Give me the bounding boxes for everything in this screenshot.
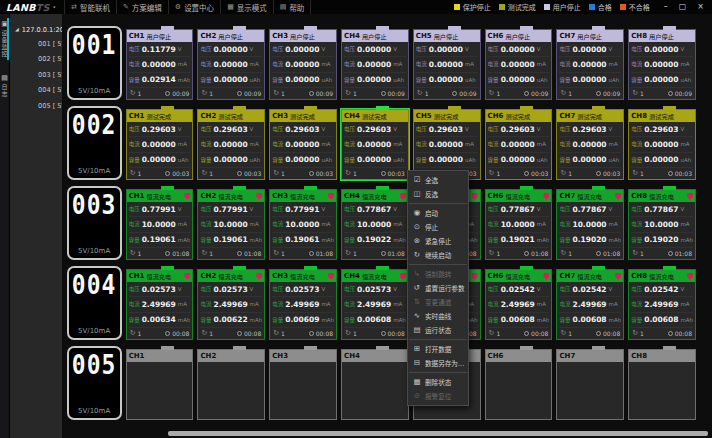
channel-card-001-ch6[interactable]: CH6用户停止电压0.00000V电流0.00000mA容量0.00000uAh… <box>485 29 553 100</box>
voltage-value: 0.77867 <box>644 205 678 214</box>
device-panel-002[interactable]: 0025V/10mA <box>67 106 122 180</box>
menu-item-start[interactable]: ◉启动 <box>408 206 468 220</box>
current-row: 电流2.49969mA <box>129 297 191 312</box>
minimize-button[interactable]: – <box>664 3 668 11</box>
device-panel-004[interactable]: 0045V/10mA <box>67 266 122 340</box>
elapsed-time: 01:08 <box>531 250 548 257</box>
channel-card-002-ch4[interactable]: CH4测试完成电压0.29603V电流0.00000mA容量0.00000uAh… <box>341 109 409 180</box>
channel-card-003-ch8[interactable]: CH8恒流充电电压0.77867V电流10.0000mA容量0.19020mAh… <box>628 189 696 260</box>
menu-help[interactable]: ▤帮助 <box>273 0 312 14</box>
channel-header: CH7 <box>557 350 623 362</box>
channel-card-003-ch7[interactable]: CH7恒流充电电压0.77867V电流10.0000mA容量0.19020mAh… <box>556 189 624 260</box>
channel-card-002-ch8[interactable]: CH8测试完成电压0.29603V电流0.00000mA容量0.00000uAh… <box>628 109 696 180</box>
menu-item-realtime-curve[interactable]: ∿实时曲线 <box>408 309 468 323</box>
channel-card-005-ch8[interactable]: CH8 <box>628 349 696 420</box>
current-label: 电流 <box>559 220 570 228</box>
channel-card-004-ch3[interactable]: CH3恒流充电电压0.02573V电流2.49969mA容量0.00609mAh… <box>269 269 337 340</box>
channel-card-002-ch1[interactable]: CH1测试完成电压0.29603V电流0.00000mA容量0.00000uAh… <box>126 109 194 180</box>
device-panel-003[interactable]: 0035V/10mA <box>67 186 122 260</box>
channel-header: CH3恒流充电 <box>270 270 336 282</box>
menu-item-reset-run-params[interactable]: ↺重置运行参数 <box>408 281 468 295</box>
menu-item-run-status[interactable]: ▤运行状态 <box>408 323 468 337</box>
channel-card-005-ch6[interactable]: CH6 <box>485 349 553 420</box>
channel-card-003-ch3[interactable]: CH3恒流充电电压0.77991V电流10.0000mA容量0.19061mAh… <box>269 189 337 260</box>
current-unit: mA <box>178 141 187 147</box>
menu-smart-link[interactable]: ⇄智能联机 <box>64 0 116 14</box>
current-value: 2.49969 <box>572 300 606 309</box>
channel-card-001-ch7[interactable]: CH7用户停止电压0.00000V电流0.00000mA容量0.00000uAh… <box>556 29 624 100</box>
channel-status: 测试完成 <box>434 112 459 121</box>
menu-item-emergency-stop[interactable]: ⊗紧急停止 <box>408 234 468 248</box>
tree-item-004[interactable]: 004 [ 5V/10mA-1.1-20180501004 ] <box>15 83 62 99</box>
voltage-value: 0.11779 <box>142 45 176 54</box>
tree-root[interactable]: ◢ 127.0.0.1:2001,2000 [连接设备5 台] <box>15 21 62 36</box>
channel-name: CH1 <box>129 352 145 360</box>
channel-card-004-ch2[interactable]: CH2恒流充电电压0.02573V电流2.49969mA容量0.00622mAh… <box>197 269 265 340</box>
close-button[interactable]: × <box>697 3 704 11</box>
channel-card-005-ch7[interactable]: CH7 <box>556 349 624 420</box>
sidebar-tab-device-monitor[interactable]: ▣设备监控 <box>0 19 9 59</box>
channel-card-005-ch3[interactable]: CH3 <box>269 349 337 420</box>
horizontal-scrollbar[interactable] <box>168 431 708 436</box>
context-menu: ☑全选◫反选◉启动⊙停止⊗紧急停止↻继续启动↳强制跳转↺重置运行参数⇅变更通道∿… <box>407 170 469 406</box>
channel-card-002-ch3[interactable]: CH3测试完成电压0.29603V电流0.00000mA容量0.00000uAh… <box>269 109 337 180</box>
menu-item-stop[interactable]: ⊙停止 <box>408 220 468 234</box>
tree-item-003[interactable]: 003 [ 5V/10mA-1.1-20180501003 ] <box>15 67 62 83</box>
loop-count: 1 <box>281 250 285 257</box>
logo-dropdown-caret[interactable]: · <box>53 3 56 12</box>
maximize-button[interactable]: ▢ <box>679 3 687 11</box>
menu-item-delete-status[interactable]: ▦删除状态 <box>408 375 468 389</box>
battery-terminal-nub <box>592 26 605 30</box>
menu-item-resume-start[interactable]: ↻继续启动 <box>408 248 468 262</box>
loop-counter: ↻1 <box>201 170 213 177</box>
channel-values: 电压0.11779V电流0.00000mA容量0.02914mAh <box>127 42 193 88</box>
channel-card-004-ch1[interactable]: CH1恒流充电电压0.02573V电流2.49969mA容量0.00634mAh… <box>126 269 194 340</box>
capacity-row: 容量0.19020mAh <box>631 233 693 248</box>
channel-card-002-ch7[interactable]: CH7测试完成电压0.29603V电流0.00000mA容量0.00000uAh… <box>556 109 624 180</box>
menu-display-mode[interactable]: ▦显示模式 <box>220 0 273 14</box>
channel-card-001-ch8[interactable]: CH8用户停止电压0.00000V电流0.00000mA容量0.00000uAh… <box>628 29 696 100</box>
tree-item-002[interactable]: 002 [ 5V/10mA-1.1-20180501002 ] <box>15 52 62 68</box>
channel-card-004-ch4[interactable]: CH4恒流充电电压0.02573V电流2.49969mA容量0.00608mAh… <box>341 269 409 340</box>
channel-card-003-ch1[interactable]: CH1恒流充电电压0.77991V电流10.0000mA容量0.19061mAh… <box>126 189 194 260</box>
channel-card-003-ch6[interactable]: CH6恒流充电电压0.77867V电流10.0000mA容量0.19021mAh… <box>485 189 553 260</box>
tree-item-005[interactable]: 005 [ 5V/10mA-1.1-20180501005 ] <box>15 98 62 114</box>
channel-card-001-ch4[interactable]: CH4用户停止电压0.00000V电流0.00000mA容量0.00000uAh… <box>341 29 409 100</box>
tree-item-001[interactable]: 001 [ 5V/10mA-1.1-20180501001 ] <box>15 36 62 52</box>
menu-item-save-data-as[interactable]: ⊟数据另存为... <box>408 356 468 370</box>
channel-card-001-ch3[interactable]: CH3用户停止电压0.00000V电流0.00000mA容量0.00000uAh… <box>269 29 337 100</box>
device-panel-005[interactable]: 0055V/10mA <box>67 346 122 420</box>
current-unit: mA <box>465 61 474 67</box>
sidebar-tab-log[interactable]: ▤日志 <box>0 73 9 99</box>
channel-card-001-ch2[interactable]: CH2用户停止电压0.00000V电流0.00000mA容量0.00000uAh… <box>197 29 265 100</box>
channel-card-001-ch5[interactable]: CH5用户停止电压0.00000V电流0.00000mA容量0.00000uAh… <box>413 29 481 100</box>
menu-item-open-data[interactable]: ⊞打开数据 <box>408 342 468 356</box>
channel-name: CH2 <box>200 32 216 40</box>
channel-card-004-ch7[interactable]: CH7恒流充电电压0.02542V电流2.49969mA容量0.00608mAh… <box>556 269 624 340</box>
device-row-003: 0035V/10mACH1恒流充电电压0.77991V电流10.0000mA容量… <box>67 186 696 260</box>
loop-counter: ↻1 <box>273 90 285 97</box>
channel-card-003-ch4[interactable]: CH4恒流充电电压0.77867V电流10.0000mA容量0.19022mAh… <box>341 189 409 260</box>
tree-expand-icon[interactable]: ◢ <box>15 26 19 32</box>
capacity-label: 容量 <box>631 316 642 324</box>
channel-card-001-ch1[interactable]: CH1用户停止电压0.11779V电流0.00000mA容量0.02914mAh… <box>126 29 194 100</box>
legend-fail-label: 不合格 <box>629 2 650 12</box>
channel-card-005-ch2[interactable]: CH2 <box>197 349 265 420</box>
channel-card-002-ch6[interactable]: CH6测试完成电压0.29603V电流0.00000mA容量0.00000uAh… <box>485 109 553 180</box>
channel-card-003-ch2[interactable]: CH2恒流充电电压0.77991V电流10.0000mA容量0.19061mAh… <box>197 189 265 260</box>
voltage-unit: V <box>465 126 469 132</box>
menu-settings-center-label: 设置中心 <box>184 2 214 13</box>
device-tree: ◢ 127.0.0.1:2001,2000 [连接设备5 台] 001 [ 5V… <box>10 14 62 438</box>
channel-card-005-ch4[interactable]: CH4 <box>341 349 409 420</box>
menu-item-select-all[interactable]: ☑全选 <box>408 173 468 187</box>
channel-card-004-ch6[interactable]: CH6恒流充电电压0.02542V电流2.49969mA容量0.00608mAh… <box>485 269 553 340</box>
loop-count: 1 <box>640 90 644 97</box>
device-panel-001[interactable]: 0015V/10mA <box>67 26 122 100</box>
channel-card-004-ch8[interactable]: CH8恒流充电电压0.02542V电流2.49969mA容量0.00608mAh… <box>628 269 696 340</box>
channel-card-005-ch1[interactable]: CH1 <box>126 349 194 420</box>
current-label: 电流 <box>272 300 283 308</box>
menu-settings-center[interactable]: ⚙设置中心 <box>168 0 220 14</box>
menu-plan-edit[interactable]: ✎方案编辑 <box>116 0 168 14</box>
menu-item-invert-selection[interactable]: ◫反选 <box>408 187 468 201</box>
channel-card-002-ch2[interactable]: CH2测试完成电压0.29603V电流0.00000mA容量0.00000uAh… <box>197 109 265 180</box>
